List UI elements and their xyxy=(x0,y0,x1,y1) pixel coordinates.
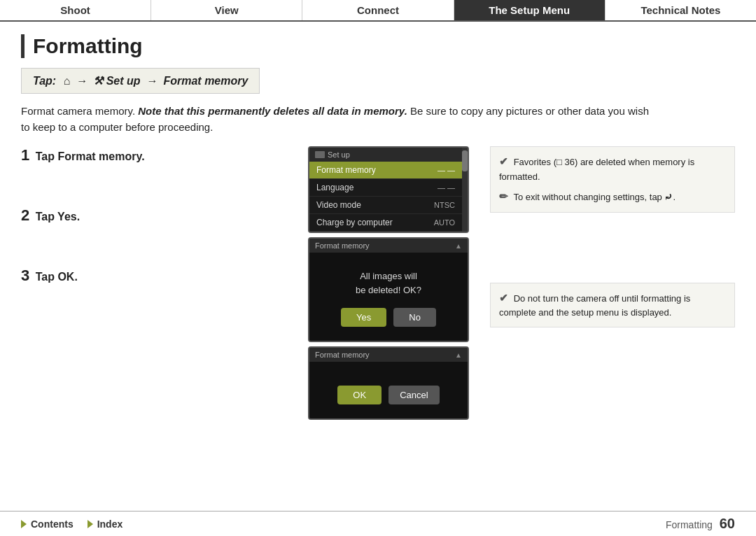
camera-screen-2: Format memory ▲ All images willbe delete… xyxy=(308,237,469,342)
nav-connect[interactable]: Connect xyxy=(302,0,454,20)
menu-item-language-label: Language xyxy=(316,183,354,192)
note1-exit-period: . xyxy=(673,192,676,202)
yes-button[interactable]: Yes xyxy=(341,308,386,327)
menu-item-video-label: Video mode xyxy=(316,200,361,210)
camera-screens: Set up Format memory — — Language — — Vi… xyxy=(308,146,476,420)
contents-arrow-icon xyxy=(21,520,27,528)
note-box-2: ✔ Do not turn the camera off until forma… xyxy=(490,283,735,327)
step-2-num: 2 xyxy=(21,206,29,224)
tap-setup-text: Set up xyxy=(106,75,141,87)
confirm-text: All images willbe deleted! OK? xyxy=(316,269,461,297)
wrench-icon: ⚒ xyxy=(93,75,103,87)
screen3-header: Format memory ▲ xyxy=(309,348,468,362)
top-navigation: Shoot View Connect The Setup Menu Techni… xyxy=(0,0,756,22)
contents-link[interactable]: Contents xyxy=(21,519,74,530)
menu-item-video[interactable]: Video mode NTSC xyxy=(309,197,462,214)
confirm-area: All images willbe deleted! OK? Yes No xyxy=(309,253,468,341)
step-2-text: Tap Yes. xyxy=(36,211,80,223)
menu-item-format[interactable]: Format memory — — xyxy=(309,162,462,179)
intro-italic: Note that this permanently deletes all d… xyxy=(138,105,407,117)
ok-area: OK Cancel xyxy=(309,362,468,418)
confirm-buttons: Yes No xyxy=(316,308,461,327)
notes-area: ✔ Favorites (□ 36) are deleted when memo… xyxy=(490,146,735,420)
ok-button[interactable]: OK xyxy=(337,386,382,404)
step-1-num: 1 xyxy=(21,146,29,164)
camera-icon xyxy=(315,151,325,158)
step-3-text: Tap OK. xyxy=(36,271,78,283)
arrow-icon-2: → xyxy=(146,75,158,87)
menu-item-language-val: — — xyxy=(438,183,455,192)
index-link[interactable]: Index xyxy=(88,519,123,530)
home-icon: ⌂ xyxy=(64,75,71,87)
index-arrow-icon xyxy=(88,520,93,528)
page-title: Formatting xyxy=(21,34,735,58)
nav-view[interactable]: View xyxy=(151,0,302,20)
back-icon: ⤾ xyxy=(664,191,673,202)
step-1-text: Tap Format memory. xyxy=(36,150,145,162)
checkmark-icon-2: ✔ xyxy=(499,292,508,304)
pencil-icon: ✏ xyxy=(499,190,508,202)
intro-paragraph: Format camera memory. Note that this per… xyxy=(21,104,651,135)
page-label: Formatting xyxy=(666,519,713,530)
footer-right: Formatting 60 xyxy=(666,516,735,532)
screen1-title: Set up xyxy=(328,150,350,159)
note1-exit: ✏ To exit without changing settings, tap… xyxy=(499,189,726,205)
menu-item-charge[interactable]: Charge by computer AUTO xyxy=(309,214,462,232)
menu-item-video-val: NTSC xyxy=(434,201,455,209)
note2-text: Do not turn the camera off until formatt… xyxy=(499,293,690,318)
page-number: 60 xyxy=(720,516,735,531)
note1-favorites-text: Favorites (□ 36) are deleted when memory… xyxy=(499,157,694,182)
menu-item-charge-label: Charge by computer xyxy=(316,218,393,227)
main-content: Formatting Tap: ⌂ → ⚒ Set up → Format me… xyxy=(0,22,756,427)
menu-item-language[interactable]: Language — — xyxy=(309,179,462,197)
note1-exit-text: To exit without changing settings, tap xyxy=(513,192,664,202)
contents-label: Contents xyxy=(31,519,74,530)
menu-item-format-label: Format memory xyxy=(316,165,376,175)
menu-item-charge-val: AUTO xyxy=(434,218,455,227)
menu-item-format-val: — — xyxy=(438,166,455,174)
no-button[interactable]: No xyxy=(393,308,436,327)
screen1-header: Set up xyxy=(309,148,468,162)
screen2-title: Format memory xyxy=(315,241,370,250)
footer: Contents Index Formatting 60 xyxy=(0,511,756,536)
steps-left: 1 Tap Format memory. 2 Tap Yes. 3 Tap OK… xyxy=(21,146,287,420)
camera-screen-1: Set up Format memory — — Language — — Vi… xyxy=(308,146,469,233)
step-1-label: 1 Tap Format memory. xyxy=(21,146,287,164)
scroll-indicator-2: ▲ xyxy=(455,242,462,250)
tap-label: Tap: xyxy=(33,75,56,87)
checkmark-icon-1: ✔ xyxy=(499,155,508,167)
nav-setup-menu[interactable]: The Setup Menu xyxy=(454,0,606,20)
index-label: Index xyxy=(97,519,123,530)
tap-instruction-box: Tap: ⌂ → ⚒ Set up → Format memory xyxy=(21,68,260,94)
scrollbar xyxy=(462,148,468,232)
scroll-indicator-3: ▲ xyxy=(455,351,462,359)
tap-format-text: Format memory xyxy=(163,75,248,87)
nav-shoot[interactable]: Shoot xyxy=(0,0,151,20)
camera-screen-3: Format memory ▲ OK Cancel xyxy=(308,346,469,420)
step-3-label: 3 Tap OK. xyxy=(21,267,287,285)
screen3-title: Format memory xyxy=(315,351,370,359)
steps-area: 1 Tap Format memory. 2 Tap Yes. 3 Tap OK… xyxy=(21,146,735,420)
arrow-icon-1: → xyxy=(76,75,88,87)
note1-favorites: ✔ Favorites (□ 36) are deleted when memo… xyxy=(499,154,726,183)
step-2-label: 2 Tap Yes. xyxy=(21,206,287,225)
menu-items: Format memory — — Language — — Video mod… xyxy=(309,162,468,232)
nav-technical-notes[interactable]: Technical Notes xyxy=(606,0,756,20)
ok-buttons: OK Cancel xyxy=(316,386,461,404)
step-3-num: 3 xyxy=(21,267,29,284)
cancel-button[interactable]: Cancel xyxy=(388,386,439,404)
note-box-1: ✔ Favorites (□ 36) are deleted when memo… xyxy=(490,146,735,213)
screen2-header: Format memory ▲ xyxy=(309,239,468,253)
scrollbar-thumb xyxy=(462,150,468,171)
